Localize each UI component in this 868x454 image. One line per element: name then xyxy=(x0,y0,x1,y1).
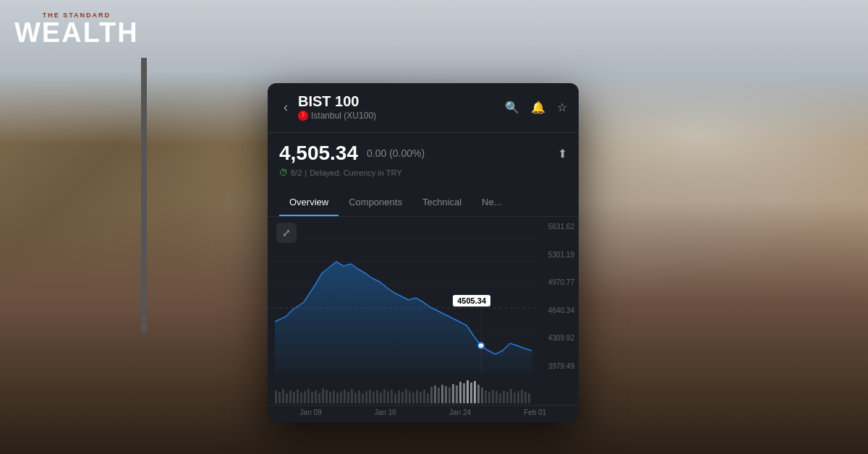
price-change: 0.00 (0.00%) xyxy=(367,147,425,159)
y-label-5: 4309.92 xyxy=(548,334,574,342)
svg-rect-15 xyxy=(304,391,306,403)
svg-rect-13 xyxy=(297,390,299,403)
svg-rect-51 xyxy=(434,385,436,403)
price-row: 4,505.34 0.00 (0.00%) ⬆ xyxy=(279,142,567,165)
tab-news[interactable]: Ne... xyxy=(472,189,511,216)
x-label-3: Jan 24 xyxy=(449,408,471,416)
svg-rect-72 xyxy=(510,389,512,403)
header-icons: 🔍 🔔 ☆ xyxy=(505,100,567,114)
svg-rect-71 xyxy=(506,392,509,403)
y-axis: 5631.62 5301.19 4970.77 4640.34 4309.92 … xyxy=(535,217,579,376)
svg-rect-63 xyxy=(477,385,480,403)
svg-rect-68 xyxy=(495,391,498,403)
svg-rect-59 xyxy=(463,383,465,403)
svg-rect-75 xyxy=(521,390,523,403)
x-label-2: Jan 16 xyxy=(375,408,396,416)
svg-rect-21 xyxy=(326,390,328,403)
x-label-4: Feb 01 xyxy=(524,408,546,416)
svg-rect-53 xyxy=(441,385,443,403)
price-meta: ⏱ 8/2 | Delayed. Currency in TRY xyxy=(279,168,567,178)
svg-rect-17 xyxy=(311,392,313,403)
tab-components[interactable]: Components xyxy=(339,189,412,216)
svg-rect-42 xyxy=(401,392,404,403)
share-icon[interactable]: ⬆ xyxy=(558,147,567,160)
svg-rect-48 xyxy=(423,390,425,403)
svg-rect-74 xyxy=(517,391,519,403)
svg-rect-77 xyxy=(528,393,530,403)
widget-header: ‹ BIST 100 Istanbul (XU100) 🔍 🔔 ☆ xyxy=(268,83,579,133)
svg-rect-61 xyxy=(470,382,472,403)
chart-svg-area: ⤢ xyxy=(268,217,535,376)
svg-rect-55 xyxy=(448,387,451,403)
svg-rect-11 xyxy=(289,390,292,403)
expand-button[interactable]: ⤢ xyxy=(276,223,297,243)
x-axis: Jan 09 Jan 16 Jan 24 Feb 01 xyxy=(268,405,579,422)
svg-rect-28 xyxy=(351,389,353,403)
svg-rect-32 xyxy=(365,391,367,403)
stock-exchange: Istanbul (XU100) xyxy=(311,111,376,121)
svg-rect-40 xyxy=(394,393,396,403)
tab-technical[interactable]: Technical xyxy=(412,189,472,216)
svg-rect-69 xyxy=(499,393,501,403)
chart-container: ⤢ xyxy=(268,217,579,376)
chart-area: ⤢ xyxy=(268,217,579,422)
svg-rect-27 xyxy=(347,392,349,403)
svg-rect-18 xyxy=(315,390,317,403)
svg-rect-47 xyxy=(420,392,422,403)
svg-rect-66 xyxy=(488,392,490,403)
svg-rect-22 xyxy=(329,392,331,403)
stock-widget: ‹ BIST 100 Istanbul (XU100) 🔍 🔔 ☆ 4,505.… xyxy=(268,83,579,422)
svg-rect-10 xyxy=(286,393,288,403)
svg-rect-30 xyxy=(358,390,360,403)
svg-rect-16 xyxy=(307,389,310,403)
svg-rect-24 xyxy=(336,393,339,403)
svg-rect-33 xyxy=(369,390,371,403)
svg-rect-49 xyxy=(427,393,429,403)
x-label-1: Jan 09 xyxy=(300,408,322,416)
svg-rect-29 xyxy=(354,393,357,403)
title-section: BIST 100 Istanbul (XU100) xyxy=(298,93,505,121)
site-logo: THE STANDARD WEALTH xyxy=(14,12,139,46)
svg-rect-58 xyxy=(459,382,461,403)
y-label-1: 5631.62 xyxy=(548,223,574,231)
svg-rect-25 xyxy=(340,391,342,403)
svg-rect-20 xyxy=(322,388,324,403)
clock-icon: ⏱ xyxy=(279,168,288,178)
search-icon[interactable]: 🔍 xyxy=(505,100,519,114)
meta-date: 8/2 xyxy=(291,168,302,177)
svg-rect-8 xyxy=(278,392,281,403)
price-section: 4,505.34 0.00 (0.00%) ⬆ ⏱ 8/2 | Delayed.… xyxy=(268,133,579,184)
svg-rect-65 xyxy=(485,390,487,403)
svg-rect-52 xyxy=(438,387,440,403)
svg-rect-7 xyxy=(275,390,277,403)
tab-overview[interactable]: Overview xyxy=(279,189,339,216)
star-icon[interactable]: ☆ xyxy=(557,100,567,114)
notification-icon[interactable]: 🔔 xyxy=(531,100,545,114)
back-button[interactable]: ‹ xyxy=(279,98,292,116)
svg-rect-57 xyxy=(456,385,458,403)
chart-fill xyxy=(275,262,532,372)
svg-rect-43 xyxy=(405,389,407,403)
svg-rect-23 xyxy=(333,390,335,403)
svg-rect-46 xyxy=(416,390,418,403)
svg-rect-36 xyxy=(380,393,382,403)
svg-rect-67 xyxy=(492,390,494,403)
turkey-flag-icon xyxy=(298,111,308,121)
svg-rect-45 xyxy=(412,393,414,403)
utility-pole xyxy=(141,58,147,333)
svg-rect-70 xyxy=(503,390,505,403)
meta-info: Delayed. Currency in TRY xyxy=(310,168,401,177)
y-label-4: 4640.34 xyxy=(548,307,574,314)
meta-separator: | xyxy=(305,168,307,177)
svg-rect-62 xyxy=(474,381,476,403)
tab-bar: Overview Components Technical Ne... xyxy=(268,189,579,217)
svg-rect-50 xyxy=(430,387,433,403)
stock-title: BIST 100 xyxy=(298,93,505,110)
svg-rect-39 xyxy=(391,390,393,403)
site-name: WEALTH xyxy=(14,19,139,46)
svg-rect-12 xyxy=(293,392,295,403)
svg-rect-31 xyxy=(362,393,364,403)
svg-rect-38 xyxy=(387,391,389,403)
price-tooltip: 4505.34 xyxy=(453,295,490,307)
y-label-2: 5301.19 xyxy=(548,251,574,259)
